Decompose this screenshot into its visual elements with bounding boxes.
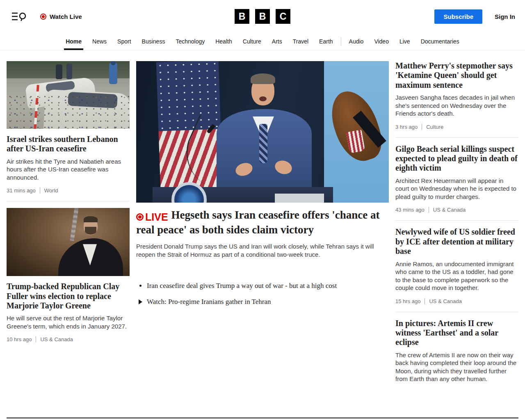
story-artemis: In pictures: Artemis II crew witness 'Ea…: [395, 319, 518, 383]
bbc-logo-block: C: [276, 9, 290, 24]
image-part: [85, 227, 96, 235]
main-headline[interactable]: LIVEHegseth says Iran ceasefire offers '…: [136, 208, 389, 236]
story-separator: [395, 220, 518, 221]
image-part: [66, 64, 72, 79]
related-link[interactable]: Iran ceasefire deal gives Trump a way ou…: [136, 282, 389, 290]
story-time: 3 hrs ago: [395, 124, 418, 130]
live-label: LIVE: [145, 211, 168, 223]
image-part: [109, 63, 117, 84]
nav-item-travel[interactable]: Travel: [288, 33, 314, 50]
story-meta: 31 mins ago World: [7, 187, 130, 194]
nav-item-home[interactable]: Home: [60, 33, 87, 50]
story-matthew-perry: Matthew Perry's stepmother says 'Ketamin…: [395, 61, 518, 138]
story-time: 15 hrs ago: [395, 298, 420, 304]
image-part: [275, 194, 324, 203]
more-on-iran-war-section: MORE ON IRAN WAR: [7, 418, 518, 420]
story-meta: 10 hrs ago US & Canada: [7, 336, 130, 342]
nav-item-documentaries[interactable]: Documentaries: [415, 33, 465, 50]
story-meta: 3 hrs ago Culture: [395, 124, 518, 130]
story-title[interactable]: Gilgo Beach serial killings suspect expe…: [395, 144, 518, 173]
image-part: [259, 124, 267, 163]
image-part: [259, 96, 267, 101]
main-description: President Donald Trump says the US and I…: [136, 242, 382, 259]
primary-nav: Home News Sport Business Technology Heal…: [0, 33, 525, 50]
meta-divider: [425, 298, 425, 304]
nav-divider: [341, 37, 341, 46]
nav-item-live[interactable]: Live: [394, 33, 415, 50]
main-headline-text: Hegseth says Iran ceasefire offers 'chan…: [136, 209, 379, 236]
story-description: He will serve out the rest of Marjorie T…: [7, 314, 130, 330]
header-right: Subscribe Sign In: [434, 9, 515, 24]
hamburger-search-icon: [11, 11, 27, 22]
nav-item-business[interactable]: Business: [137, 33, 171, 50]
nav-items: Home News Sport Business Technology Heal…: [0, 33, 525, 50]
story-title[interactable]: Matthew Perry's stepmother says 'Ketamin…: [395, 61, 518, 90]
subscribe-button[interactable]: Subscribe: [434, 9, 482, 24]
live-dot-icon: [40, 14, 46, 20]
related-link-text: Iran ceasefire deal gives Trump a way ou…: [147, 282, 337, 290]
story-separator: [7, 201, 130, 201]
meta-divider: [36, 336, 36, 342]
live-ring-icon: [136, 213, 144, 221]
main-story-image-hegseth-briefing[interactable]: [136, 61, 389, 203]
story-meta: 15 hrs ago US & Canada: [395, 298, 518, 304]
story-clay-fuller: Trump-backed Republican Clay Fuller wins…: [7, 208, 130, 342]
nav-item-arts[interactable]: Arts: [267, 33, 288, 50]
image-part: [251, 73, 275, 84]
story-description: Annie Ramos, an undocumented immigrant w…: [395, 260, 518, 292]
story-time: 10 hrs ago: [7, 336, 32, 342]
related-links: Iran ceasefire deal gives Trump a way ou…: [136, 282, 389, 306]
story-title[interactable]: Israel strikes southern Lebanon after US…: [7, 135, 130, 154]
meta-divider: [422, 124, 422, 130]
story-description: Jasveen Sangha faces decades in jail whe…: [395, 94, 518, 118]
nav-item-earth[interactable]: Earth: [314, 33, 338, 50]
story-category[interactable]: World: [44, 187, 58, 194]
story-image-smiling-man[interactable]: [7, 208, 130, 276]
story-title[interactable]: Trump-backed Republican Clay Fuller wins…: [7, 282, 130, 310]
menu-and-search-button[interactable]: [10, 9, 29, 23]
story-time: 31 mins ago: [7, 187, 36, 194]
nav-item-culture[interactable]: Culture: [237, 33, 267, 50]
story-description: The crew of Artemis II are now on their …: [395, 351, 518, 383]
image-part: [70, 208, 78, 241]
play-icon: [139, 299, 142, 304]
nav-item-news[interactable]: News: [87, 33, 112, 50]
nav-item-sport[interactable]: Sport: [112, 33, 136, 50]
story-time: 43 mins ago: [395, 207, 425, 213]
story-category[interactable]: US & Canada: [429, 298, 462, 304]
nav-item-technology[interactable]: Technology: [170, 33, 210, 50]
header-left: Watch Live: [10, 9, 82, 23]
bbc-logo[interactable]: B B C: [235, 9, 290, 24]
story-title[interactable]: In pictures: Artemis II crew witness 'Ea…: [395, 319, 518, 347]
left-column: Israel strikes southern Lebanon after US…: [7, 61, 130, 383]
site-header: Watch Live B B C Subscribe Sign In: [0, 0, 525, 33]
story-lebanon: Israel strikes southern Lebanon after US…: [7, 61, 130, 201]
story-meta: 43 mins ago US & Canada: [395, 207, 518, 213]
bullet-icon: [139, 285, 142, 287]
bbc-logo-block: B: [255, 9, 270, 24]
story-description: Architect Rex Heuermann will appear in c…: [395, 177, 518, 201]
nav-item-health[interactable]: Health: [210, 33, 237, 50]
nav-item-video[interactable]: Video: [369, 33, 394, 50]
story-title[interactable]: Newlywed wife of US soldier freed by ICE…: [395, 227, 518, 256]
watch-live-label: Watch Live: [50, 13, 82, 20]
related-link-text: Watch: Pro-regime Iranians gather in Teh…: [147, 298, 271, 306]
image-part: [84, 216, 98, 222]
story-gilgo-beach: Gilgo Beach serial killings suspect expe…: [395, 144, 518, 221]
story-image-wrecked-cars[interactable]: [7, 61, 130, 129]
live-badge: LIVE: [136, 211, 168, 223]
sign-in-link[interactable]: Sign In: [495, 13, 515, 20]
story-separator: [395, 312, 518, 312]
bbc-logo-block: B: [235, 9, 249, 24]
related-link-video[interactable]: Watch: Pro-regime Iranians gather in Teh…: [136, 298, 389, 306]
nav-item-audio[interactable]: Audio: [344, 33, 369, 50]
main-content: Israel strikes southern Lebanon after US…: [0, 61, 525, 383]
watch-live-button[interactable]: Watch Live: [40, 13, 82, 20]
story-separator: [395, 137, 518, 138]
story-category[interactable]: US & Canada: [40, 336, 73, 342]
image-part: [56, 64, 62, 79]
right-column: Matthew Perry's stepmother says 'Ketamin…: [395, 61, 518, 383]
image-part: [7, 94, 130, 129]
story-category[interactable]: US & Canada: [433, 207, 466, 213]
story-category[interactable]: Culture: [426, 124, 443, 130]
